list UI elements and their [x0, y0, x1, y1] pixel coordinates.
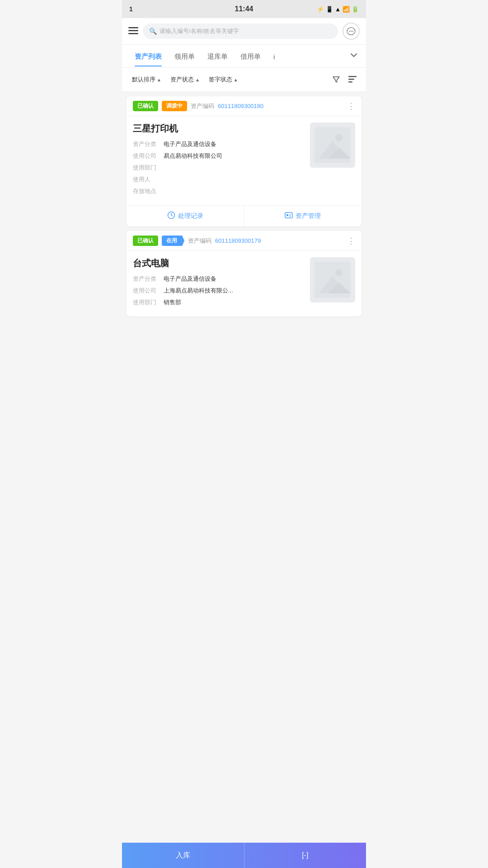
- tab-asset-list[interactable]: 资产列表: [128, 46, 168, 66]
- info-value-company-2: 上海易点易动科技有限公...: [164, 287, 233, 295]
- filter-sign-status[interactable]: 签字状态 ▲: [205, 74, 242, 85]
- asset-name-2: 台式电脑: [133, 257, 305, 269]
- svg-rect-9: [348, 81, 352, 83]
- info-row-location-1: 存放地点: [133, 187, 305, 195]
- svg-point-6: [352, 31, 353, 32]
- signal-icon: 📶: [343, 6, 350, 13]
- info-label-dept-1: 使用部门: [133, 164, 160, 172]
- badge-confirmed-2: 已确认: [133, 236, 158, 246]
- card-more-1[interactable]: ⋮: [347, 101, 355, 111]
- info-row-company-1: 使用公司 易点易动科技有限公司: [133, 152, 305, 160]
- search-placeholder: 请输入编号/名称/姓名等关键字: [160, 27, 239, 35]
- filter-asset-status-label: 资产状态: [170, 75, 194, 84]
- tabs-container: 资产列表 领用单 退库单 借用单 i: [122, 45, 366, 68]
- svg-rect-1: [128, 30, 138, 31]
- battery-icon: 🔋: [352, 6, 359, 13]
- svg-rect-15: [285, 212, 292, 218]
- card-body-1: 三星打印机 资产分类 电子产品及通信设备 使用公司 易点易动科技有限公司 使用部…: [127, 116, 361, 205]
- svg-rect-7: [348, 76, 357, 77]
- action-manage-1[interactable]: 资产管理: [244, 206, 362, 226]
- info-row-dept-1: 使用部门: [133, 164, 305, 172]
- asset-name-1: 三星打印机: [133, 123, 305, 135]
- menu-icon[interactable]: [128, 26, 138, 37]
- info-row-company-2: 使用公司 上海易点易动科技有限公...: [133, 287, 305, 295]
- info-row-dept-2: 使用部门 销售部: [133, 298, 305, 307]
- filter-sort-label: 默认排序: [132, 75, 155, 84]
- info-label-user-1: 使用人: [133, 175, 160, 184]
- card-more-2[interactable]: ⋮: [347, 236, 355, 246]
- action-history-label-1: 处理记录: [178, 212, 203, 220]
- search-icon: 🔍: [149, 28, 157, 35]
- badge-status-1: 调拨中: [162, 101, 187, 111]
- filter-sign-status-arrow: ▲: [234, 77, 238, 82]
- filter-bar: 默认排序 ▲ 资产状态 ▲ 签字状态 ▲: [122, 68, 366, 92]
- tab-borrow[interactable]: 借用单: [234, 46, 267, 66]
- asset-code-label-1: 资产编码: [191, 102, 214, 110]
- bluetooth-icon: ⚡: [317, 6, 324, 13]
- info-value-dept-2: 销售部: [164, 298, 181, 307]
- info-value-category-1: 电子产品及通信设备: [164, 140, 216, 148]
- history-icon-1: [167, 211, 175, 221]
- status-icons: ⚡ 📱 ▲ 📶 🔋: [317, 6, 359, 13]
- card-info-2: 台式电脑 资产分类 电子产品及通信设备 使用公司 上海易点易动科技有限公... …: [133, 257, 305, 310]
- card-actions-1: 处理记录 资产管理: [127, 205, 361, 226]
- status-time: 11:44: [235, 5, 253, 13]
- action-manage-label-1: 资产管理: [296, 212, 321, 220]
- info-label-company-1: 使用公司: [133, 152, 160, 160]
- svg-rect-0: [128, 27, 138, 28]
- info-label-company-2: 使用公司: [133, 287, 160, 295]
- tab-extra[interactable]: i: [267, 47, 281, 66]
- filter-funnel-icon[interactable]: [329, 72, 343, 87]
- filter-sort[interactable]: 默认排序 ▲: [128, 74, 165, 85]
- svg-point-5: [351, 31, 352, 32]
- filter-sign-status-label: 签字状态: [209, 75, 232, 84]
- info-value-company-1: 易点易动科技有限公司: [164, 152, 222, 160]
- card-header-1: 已确认 调拨中 资产编码 60111809300180 ⋮: [127, 96, 361, 116]
- asset-card-2: 已确认 在用 资产编码 60111809300179 ⋮ 台式电脑 资产分类 电…: [127, 231, 361, 316]
- phone-icon: 📱: [326, 6, 333, 13]
- asset-card-1: 已确认 调拨中 资产编码 60111809300180 ⋮ 三星打印机 资产分类…: [127, 96, 361, 226]
- badge-status-2: 在用: [162, 236, 184, 246]
- info-label-category-2: 资产分类: [133, 275, 160, 283]
- status-bar: 1 11:44 ⚡ 📱 ▲ 📶 🔋: [122, 0, 366, 18]
- filter-sort-arrow: ▲: [157, 77, 161, 82]
- svg-rect-2: [128, 33, 138, 34]
- action-history-1[interactable]: 处理记录: [127, 206, 244, 226]
- asset-thumbnail-1: [310, 123, 355, 168]
- asset-code-value-2: 60111809300179: [215, 237, 261, 244]
- asset-list: 已确认 调拨中 资产编码 60111809300180 ⋮ 三星打印机 资产分类…: [122, 92, 366, 353]
- info-row-category-2: 资产分类 电子产品及通信设备: [133, 275, 305, 283]
- info-row-category-1: 资产分类 电子产品及通信设备: [133, 140, 305, 148]
- info-row-user-1: 使用人: [133, 175, 305, 184]
- asset-thumbnail-2: [310, 257, 355, 302]
- badge-confirmed-1: 已确认: [133, 101, 158, 111]
- svg-rect-8: [348, 79, 354, 80]
- svg-point-11: [335, 134, 343, 142]
- card-info-1: 三星打印机 资产分类 电子产品及通信设备 使用公司 易点易动科技有限公司 使用部…: [133, 123, 305, 199]
- tab-pickup[interactable]: 领用单: [168, 46, 201, 66]
- filter-list-icon[interactable]: [345, 72, 360, 87]
- info-label-category-1: 资产分类: [133, 140, 160, 148]
- manage-icon-1: [285, 211, 293, 221]
- tab-return[interactable]: 退库单: [201, 46, 234, 66]
- svg-point-4: [349, 31, 350, 32]
- header: 🔍 请输入编号/名称/姓名等关键字: [122, 18, 366, 45]
- filter-asset-status[interactable]: 资产状态 ▲: [167, 74, 203, 85]
- card-header-2: 已确认 在用 资产编码 60111809300179 ⋮: [127, 231, 361, 251]
- tabs-more-icon[interactable]: [348, 45, 360, 67]
- asset-code-value-1: 60111809300180: [218, 103, 263, 109]
- chat-icon[interactable]: [343, 23, 360, 40]
- info-label-location-1: 存放地点: [133, 187, 160, 195]
- asset-code-label-2: 资产编码: [188, 237, 211, 245]
- info-label-dept-2: 使用部门: [133, 298, 160, 307]
- info-value-category-2: 电子产品及通信设备: [164, 275, 216, 283]
- svg-point-20: [335, 269, 343, 276]
- wifi-icon: ▲: [335, 6, 341, 13]
- status-number: 1: [129, 5, 133, 13]
- svg-rect-16: [286, 214, 288, 216]
- filter-asset-status-arrow: ▲: [195, 77, 200, 82]
- search-bar[interactable]: 🔍 请输入编号/名称/姓名等关键字: [143, 24, 338, 39]
- card-body-2: 台式电脑 资产分类 电子产品及通信设备 使用公司 上海易点易动科技有限公... …: [127, 251, 361, 316]
